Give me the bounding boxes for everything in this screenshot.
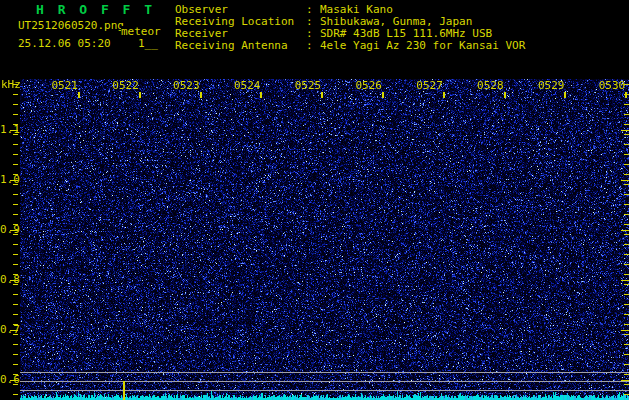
y-minor-tick-right bbox=[624, 154, 629, 155]
y-major-tick-right bbox=[621, 180, 629, 181]
y-minor-tick-left bbox=[13, 264, 18, 265]
x-tick-label: 0523 bbox=[173, 80, 200, 91]
x-tick-label: 0530 bbox=[599, 80, 626, 91]
y-minor-tick-left bbox=[13, 274, 18, 275]
y-major-tick-left bbox=[10, 280, 18, 281]
x-tick-mark bbox=[200, 92, 202, 98]
y-minor-tick-right bbox=[624, 214, 629, 215]
y-minor-tick-left bbox=[13, 234, 18, 235]
y-minor-tick-left bbox=[13, 324, 18, 325]
x-tick-mark bbox=[504, 92, 506, 98]
y-minor-tick-right bbox=[624, 134, 629, 135]
app-title: H R O F F T bbox=[36, 4, 155, 15]
x-tick-label: 0524 bbox=[234, 80, 261, 91]
info-value: Shibukawa, Gunma, Japan bbox=[320, 16, 472, 27]
y-minor-tick-right bbox=[624, 144, 629, 145]
y-minor-tick-right bbox=[624, 334, 629, 335]
y-minor-tick-right bbox=[624, 244, 629, 245]
y-minor-tick-right bbox=[624, 314, 629, 315]
x-tick-label: 0521 bbox=[52, 80, 79, 91]
y-minor-tick-left bbox=[13, 354, 18, 355]
x-tick-label: 0529 bbox=[538, 80, 565, 91]
y-minor-tick-left bbox=[13, 394, 18, 395]
y-minor-tick-left bbox=[13, 334, 18, 335]
y-minor-tick-right bbox=[624, 384, 629, 385]
spectrogram-canvas bbox=[20, 79, 629, 400]
y-minor-tick-left bbox=[13, 174, 18, 175]
y-major-tick-right bbox=[621, 280, 629, 281]
y-minor-tick-left bbox=[13, 224, 18, 225]
capture-datetime: 25.12.06 05:20 bbox=[18, 38, 111, 49]
y-major-tick-left bbox=[10, 230, 18, 231]
y-minor-tick-right bbox=[624, 364, 629, 365]
y-minor-tick-right bbox=[624, 324, 629, 325]
y-minor-tick-right bbox=[624, 124, 629, 125]
x-tick-mark bbox=[139, 92, 141, 98]
y-minor-tick-right bbox=[624, 374, 629, 375]
info-colon: : bbox=[306, 16, 313, 27]
info-value: 4ele Yagi Az 230 for Kansai VOR bbox=[320, 40, 525, 51]
y-minor-tick-left bbox=[13, 154, 18, 155]
y-minor-tick-right bbox=[624, 174, 629, 175]
y-minor-tick-left bbox=[13, 284, 18, 285]
station-label: meteor bbox=[121, 26, 161, 37]
y-minor-tick-left bbox=[13, 94, 18, 95]
y-minor-tick-right bbox=[624, 264, 629, 265]
y-major-tick-left bbox=[10, 130, 18, 131]
x-tick-label: 0528 bbox=[477, 80, 504, 91]
y-minor-tick-right bbox=[624, 204, 629, 205]
x-tick-mark bbox=[260, 92, 262, 98]
y-minor-tick-left bbox=[13, 304, 18, 305]
info-label: Receiver bbox=[175, 28, 228, 39]
y-minor-tick-right bbox=[624, 94, 629, 95]
x-tick-label: 0525 bbox=[295, 80, 322, 91]
y-minor-tick-left bbox=[13, 244, 18, 245]
y-minor-tick-left bbox=[13, 114, 18, 115]
y-minor-tick-left bbox=[13, 84, 18, 85]
info-label: Observer bbox=[175, 4, 228, 15]
x-tick-mark bbox=[443, 92, 445, 98]
y-minor-tick-left bbox=[13, 194, 18, 195]
y-minor-tick-right bbox=[624, 114, 629, 115]
y-major-tick-right bbox=[621, 130, 629, 131]
y-minor-tick-right bbox=[624, 254, 629, 255]
y-minor-tick-right bbox=[624, 194, 629, 195]
y-major-tick-left bbox=[10, 180, 18, 181]
info-value: SDR# 43dB L15 111.6MHz USB bbox=[320, 28, 492, 39]
y-minor-tick-left bbox=[13, 254, 18, 255]
y-minor-tick-right bbox=[624, 354, 629, 355]
y-minor-tick-left bbox=[13, 104, 18, 105]
y-minor-tick-left bbox=[13, 314, 18, 315]
y-minor-tick-right bbox=[624, 274, 629, 275]
meteor-count: 1__ bbox=[138, 38, 158, 49]
y-minor-tick-right bbox=[624, 344, 629, 345]
y-minor-tick-left bbox=[13, 124, 18, 125]
y-major-tick-right bbox=[621, 230, 629, 231]
y-minor-tick-left bbox=[13, 374, 18, 375]
x-tick-mark bbox=[625, 92, 627, 98]
info-label: Receiving Location bbox=[175, 16, 294, 27]
x-tick-mark bbox=[564, 92, 566, 98]
y-minor-tick-right bbox=[624, 164, 629, 165]
y-minor-tick-left bbox=[13, 144, 18, 145]
hrofft-screen: H R O F F T UT2512060520.png meteor 25.1… bbox=[0, 0, 629, 400]
info-label: Receiving Antenna bbox=[175, 40, 288, 51]
info-value: Masaki Kano bbox=[320, 4, 393, 15]
y-major-tick-left bbox=[10, 330, 18, 331]
y-minor-tick-right bbox=[624, 234, 629, 235]
y-minor-tick-right bbox=[624, 284, 629, 285]
y-minor-tick-right bbox=[624, 394, 629, 395]
info-colon: : bbox=[306, 40, 313, 51]
x-tick-mark bbox=[382, 92, 384, 98]
y-minor-tick-left bbox=[13, 384, 18, 385]
y-minor-tick-left bbox=[13, 214, 18, 215]
y-minor-tick-left bbox=[13, 344, 18, 345]
y-minor-tick-right bbox=[624, 294, 629, 295]
y-minor-tick-right bbox=[624, 184, 629, 185]
y-minor-tick-right bbox=[624, 304, 629, 305]
y-minor-tick-left bbox=[13, 294, 18, 295]
x-tick-mark bbox=[321, 92, 323, 98]
capture-filename: UT2512060520.png bbox=[18, 20, 124, 31]
y-minor-tick-left bbox=[13, 184, 18, 185]
y-minor-tick-right bbox=[624, 104, 629, 105]
